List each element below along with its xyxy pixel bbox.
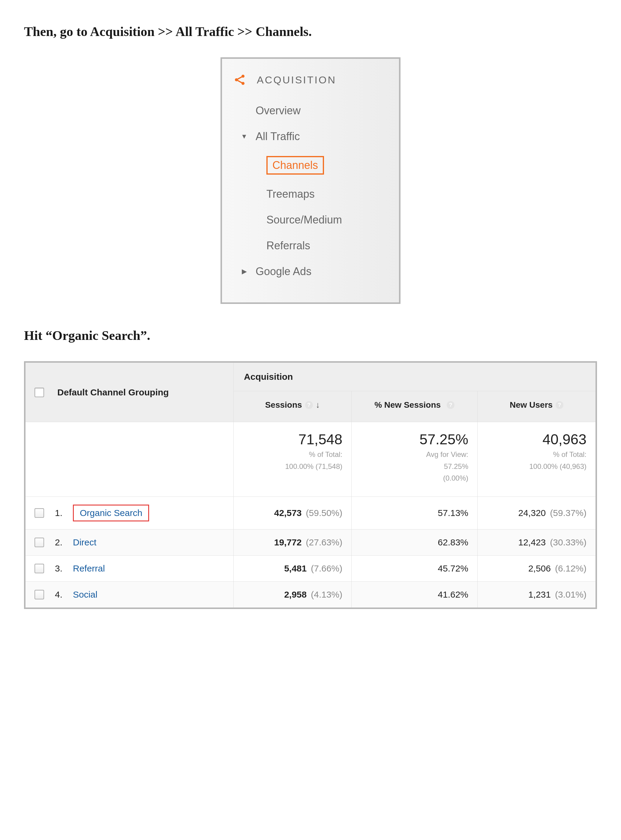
sort-descending-icon: ↓ — [316, 400, 320, 410]
instruction-text-2: Hit “Organic Search”. — [24, 328, 597, 343]
table-row: 1.Organic Search42,573(59.50%)57.13%24,3… — [25, 496, 597, 529]
acquisition-nav-panel: ACQUISITION Overview ▼ All Traffic Chann… — [221, 57, 400, 304]
caret-down-icon: ▼ — [240, 133, 248, 141]
total-sub: 57.25% — [356, 462, 468, 472]
new-sessions-cell: 41.62% — [351, 581, 478, 608]
nav-item-source-medium[interactable]: Source/Medium — [234, 207, 387, 233]
channel-link[interactable]: Referral — [73, 563, 105, 574]
nav-item-treemaps[interactable]: Treemaps — [234, 181, 387, 207]
column-header-new-users[interactable]: New Users ? — [478, 391, 597, 422]
row-checkbox[interactable] — [35, 564, 44, 573]
row-checkbox[interactable] — [35, 537, 44, 547]
help-icon[interactable]: ? — [447, 401, 454, 409]
nav-section-acquisition[interactable]: ACQUISITION — [234, 74, 387, 86]
new-sessions-cell: 62.83% — [351, 529, 478, 555]
total-new-sessions: 57.25% Avg for View: 57.25% (0.00%) — [351, 422, 478, 497]
total-sub: 100.00% (40,963) — [482, 462, 586, 472]
nav-item-label: Referrals — [267, 239, 310, 252]
column-header-sessions[interactable]: Sessions ? ↓ — [234, 391, 351, 422]
nav-item-channels[interactable]: Channels — [234, 150, 387, 181]
new-users-cell: 2,506(6.12%) — [478, 555, 597, 581]
table-row: 3.Referral5,481(7.66%)45.72%2,506(6.12%) — [25, 555, 597, 581]
total-sub: (0.00%) — [356, 473, 468, 483]
sessions-cell: 42,573(59.50%) — [234, 496, 351, 529]
row-checkbox[interactable] — [35, 590, 44, 599]
select-all-checkbox[interactable] — [35, 387, 44, 397]
acquisition-icon — [234, 74, 246, 86]
channel-link[interactable]: Social — [73, 589, 97, 600]
nav-item-label: Treemaps — [267, 188, 315, 200]
total-sub: Avg for View: — [356, 450, 468, 460]
instruction-text-1: Then, go to Acquisition >> All Traffic >… — [24, 24, 597, 39]
nav-item-label: Channels — [267, 156, 324, 175]
total-sub: 100.00% (71,548) — [238, 462, 342, 472]
metric-label: % New Sessions — [374, 400, 441, 410]
channel-link[interactable]: Organic Search — [73, 505, 149, 521]
total-new-users: 40,963 % of Total: 100.00% (40,963) — [478, 422, 597, 497]
metric-label: Sessions — [265, 400, 302, 410]
total-sub: % of Total: — [238, 450, 342, 460]
row-index: 2. — [55, 537, 66, 548]
nav-item-overview[interactable]: Overview — [234, 98, 387, 124]
sessions-cell: 2,958(4.13%) — [234, 581, 351, 608]
total-value: 71,548 — [238, 431, 342, 448]
nav-item-referrals[interactable]: Referrals — [234, 233, 387, 259]
caret-right-icon: ▶ — [240, 268, 248, 275]
nav-item-google-ads[interactable]: ▶ Google Ads — [234, 259, 387, 285]
new-sessions-cell: 57.13% — [351, 496, 478, 529]
total-value: 40,963 — [482, 431, 586, 448]
help-icon[interactable]: ? — [556, 401, 563, 409]
column-group-acquisition: Acquisition — [234, 362, 597, 391]
new-users-cell: 24,320(59.37%) — [478, 496, 597, 529]
row-index: 1. — [55, 508, 66, 518]
row-index: 4. — [55, 589, 66, 600]
total-sub: % of Total: — [482, 450, 586, 460]
nav-item-label: All Traffic — [256, 130, 300, 143]
new-users-cell: 1,231(3.01%) — [478, 581, 597, 608]
nav-item-label: Source/Medium — [267, 213, 342, 226]
nav-item-label: Google Ads — [256, 265, 311, 278]
new-sessions-cell: 45.72% — [351, 555, 478, 581]
table-row: 4.Social2,958(4.13%)41.62%1,231(3.01%) — [25, 581, 597, 608]
row-checkbox[interactable] — [35, 508, 44, 518]
sessions-cell: 19,772(27.63%) — [234, 529, 351, 555]
total-sessions: 71,548 % of Total: 100.00% (71,548) — [234, 422, 351, 497]
dimension-header-label: Default Channel Grouping — [57, 387, 169, 398]
nav-item-label: Overview — [256, 104, 301, 117]
nav-section-title: ACQUISITION — [257, 74, 336, 86]
row-index: 3. — [55, 563, 66, 574]
column-header-new-sessions[interactable]: % New Sessions ? — [351, 391, 478, 422]
channel-link[interactable]: Direct — [73, 537, 96, 548]
total-value: 57.25% — [356, 431, 468, 448]
new-users-cell: 12,423(30.33%) — [478, 529, 597, 555]
nav-item-all-traffic[interactable]: ▼ All Traffic — [234, 124, 387, 150]
metric-label: New Users — [510, 400, 553, 410]
sessions-cell: 5,481(7.66%) — [234, 555, 351, 581]
totals-row: 71,548 % of Total: 100.00% (71,548) 57.2… — [25, 422, 597, 497]
table-row: 2.Direct19,772(27.63%)62.83%12,423(30.33… — [25, 529, 597, 555]
help-icon[interactable]: ? — [305, 401, 313, 409]
channels-report-table: Default Channel Grouping Acquisition Ses… — [24, 361, 597, 609]
column-header-dimension[interactable]: Default Channel Grouping — [25, 362, 234, 422]
